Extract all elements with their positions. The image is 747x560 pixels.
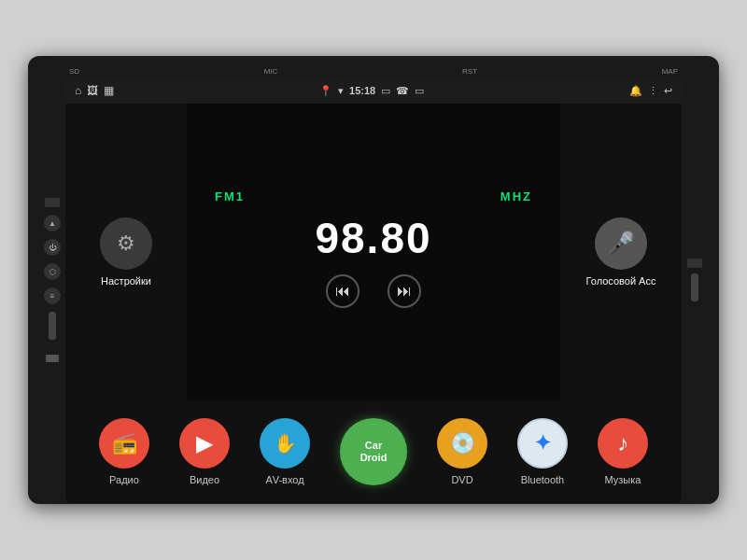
voice-assistant-app[interactable]: 🎤 Голосовой Асс <box>560 104 682 400</box>
radio-label: Радио <box>109 474 139 485</box>
dvd-label: DVD <box>451 474 472 485</box>
playback-controls: ⏮ ⏭ <box>326 274 421 308</box>
left-side-controls: ▲ ⏻ ⬡ ≡ <box>39 194 65 366</box>
status-bar: ⌂ 🖼 ▦ 📍 ▾ 15:18 ▭ ☎ ▭ 🔔 ⋮ <box>65 77 682 104</box>
next-button[interactable]: ⏭ <box>388 274 421 308</box>
radio-display: FM1 MHZ 98.80 ⏮ ⏭ <box>187 104 560 400</box>
mhz-label: MHZ <box>500 189 532 203</box>
music-label: Музыка <box>605 474 641 485</box>
fm-label: FM1 <box>215 189 245 203</box>
dvd-icon-glyph: 💿 <box>450 431 475 455</box>
car-stereo-unit: ▲ ⏻ ⬡ ≡ SD MIC RST MAP ⌂ 🖼 ▦ <box>28 56 719 504</box>
home-icon[interactable]: ⌂ <box>75 84 81 97</box>
up-button[interactable]: ▲ <box>44 215 61 231</box>
cardroid-line1: Car <box>365 440 382 452</box>
map-label: MAP <box>662 67 678 76</box>
volume-slider[interactable] <box>49 312 56 340</box>
sd-slot <box>45 198 60 207</box>
main-content: ⚙ Настройки FM1 MHZ 98.80 <box>65 104 682 400</box>
more-icon[interactable]: ⋮ <box>648 85 658 97</box>
usb-port <box>46 355 59 362</box>
home-button[interactable]: ⬡ <box>44 263 61 280</box>
radio-icon-glyph: 📻 <box>112 431 137 455</box>
music-icon: ♪ <box>598 418 648 469</box>
gear-icon: ⚙ <box>117 231 135 256</box>
screen-icon: ▭ <box>415 85 424 97</box>
settings-label: Настройки <box>101 275 151 287</box>
volume-icon: 🔔 <box>629 85 642 97</box>
prev-button[interactable]: ⏮ <box>326 274 359 308</box>
av-label: АV-вход <box>265 474 303 485</box>
dock-bluetooth[interactable]: ✦ Bluetooth <box>517 418 568 485</box>
phone-icon: ☎ <box>396 85 409 97</box>
menu-button[interactable]: ≡ <box>44 287 61 304</box>
dock-video[interactable]: ▶ Видео <box>179 418 230 485</box>
back-icon[interactable]: ↩ <box>664 85 672 97</box>
settings-icon-circle: ⚙ <box>100 217 152 270</box>
av-icon-glyph: ✋ <box>274 432 297 455</box>
right-side-controls <box>682 255 708 305</box>
dock-radio[interactable]: 📻 Радио <box>99 418 149 485</box>
dock-music[interactable]: ♪ Музыка <box>598 418 648 485</box>
mic-icon: 🎤 <box>607 231 635 257</box>
right-slot <box>687 259 702 268</box>
gallery-icon: ▦ <box>104 84 114 97</box>
prev-icon: ⏮ <box>335 283 350 300</box>
screen: ⌂ 🖼 ▦ 📍 ▾ 15:18 ▭ ☎ ▭ 🔔 ⋮ <box>65 77 682 503</box>
video-icon-glyph: ▶ <box>196 430 213 456</box>
cardroid-icon: Car Droid <box>340 418 407 485</box>
dock-cardroid[interactable]: Car Droid <box>340 418 407 485</box>
video-label: Видео <box>190 474 219 485</box>
dock-dvd[interactable]: 💿 DVD <box>437 418 487 485</box>
rst-label: RST <box>462 67 477 76</box>
dock-av[interactable]: ✋ АV-вход <box>260 418 310 485</box>
music-icon-glyph: ♪ <box>617 430 628 456</box>
mic-label: MIC <box>264 67 278 76</box>
settings-app[interactable]: ⚙ Настройки <box>65 104 187 400</box>
dvd-icon: 💿 <box>437 418 487 469</box>
power-button[interactable]: ⏻ <box>44 239 61 256</box>
location-icon: 📍 <box>319 85 332 97</box>
bottom-dock: 📻 Радио ▶ Видео ✋ <box>65 400 682 503</box>
next-icon: ⏭ <box>397 283 412 300</box>
battery-icon: ▭ <box>381 85 390 97</box>
bluetooth-icon: ✦ <box>517 418 568 469</box>
frequency-display: 98.80 <box>315 217 431 259</box>
sd-label: SD <box>69 67 79 76</box>
av-icon: ✋ <box>260 418 310 469</box>
bluetooth-icon-glyph: ✦ <box>534 431 551 455</box>
bluetooth-label: Bluetooth <box>521 474 564 485</box>
voice-assistant-label: Голосовой Асс <box>586 275 656 287</box>
image-icon: 🖼 <box>87 84 98 97</box>
right-slider[interactable] <box>691 273 698 301</box>
radio-icon: 📻 <box>99 418 149 469</box>
cardroid-line2: Droid <box>360 452 388 464</box>
wifi-icon: ▾ <box>338 85 344 97</box>
mic-icon-circle: 🎤 <box>595 217 647 270</box>
time-display: 15:18 <box>349 85 375 96</box>
video-icon: ▶ <box>179 418 230 469</box>
